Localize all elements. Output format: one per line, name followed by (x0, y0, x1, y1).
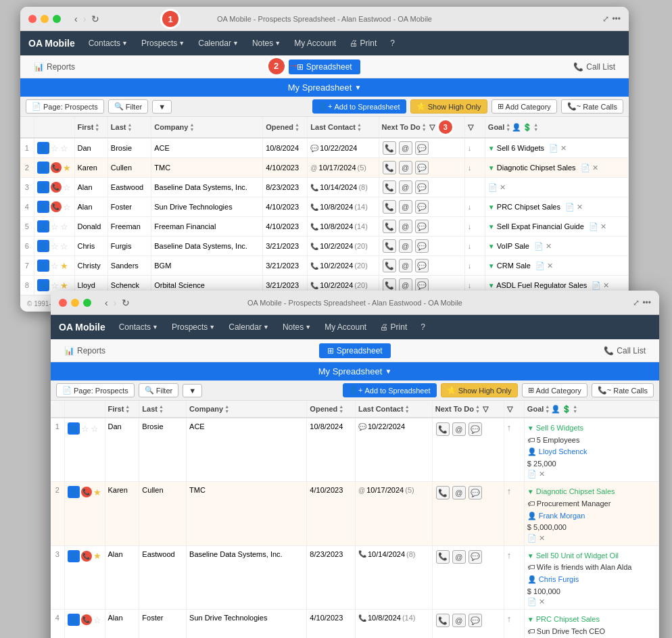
col2-last[interactable]: Last ▲▼ (139, 401, 187, 418)
email-action-btn2-3[interactable]: @ (452, 550, 466, 564)
col2-goal[interactable]: Goal ▲▼ 👤 💲 ▲▼ (524, 401, 658, 418)
filter-dropdown-button[interactable]: ▼ (152, 100, 172, 114)
favorite-star2-2[interactable]: ★ (93, 487, 101, 497)
note-action-btn2-1[interactable]: 💬 (469, 422, 482, 436)
delete-icon2-3[interactable]: ✕ (539, 597, 545, 606)
note-action-btn[interactable]: 💬 (415, 200, 429, 214)
delete-icon[interactable]: ✕ (560, 144, 567, 152)
add-category-button2[interactable]: ⊞ Add Category (522, 383, 587, 397)
note-action-btn2-2[interactable]: 💬 (469, 486, 482, 499)
phone-icon2-4[interactable]: 📞 (81, 614, 92, 625)
col-company[interactable]: Company ▲▼ (151, 117, 263, 138)
person-icon[interactable]: 👤 (37, 201, 49, 213)
phone-icon[interactable]: 📞 (51, 162, 62, 173)
nav2-print[interactable]: 🖨 Print (375, 320, 412, 335)
delete-icon2-1[interactable]: ✕ (539, 470, 545, 478)
tab-reports[interactable]: 📊 Reports (26, 59, 83, 74)
col2-last-contact[interactable]: Last Contact ▲▼ (356, 401, 433, 418)
call-action-btn[interactable]: 📞 (383, 180, 396, 194)
note-action-btn[interactable]: 💬 (415, 220, 429, 233)
delete-icon[interactable]: ✕ (603, 281, 609, 289)
call-action-btn[interactable]: 📞 (383, 220, 396, 233)
tab2-reports[interactable]: 📊 Reports (56, 343, 114, 358)
add-category-button[interactable]: ⊞ Add Category (491, 99, 557, 114)
doc-icon2-1[interactable]: 📄 (527, 470, 537, 478)
note-action-btn2-4[interactable]: 💬 (469, 614, 482, 627)
col-last-contact[interactable]: Last Contact ▲▼ (308, 117, 379, 138)
refresh-icon[interactable]: ↻ (91, 14, 99, 24)
nav2-contacts[interactable]: Contacts ▼ (114, 320, 164, 335)
email-action-btn[interactable]: @ (399, 239, 412, 253)
add-to-spreadsheet-button2[interactable]: 👤+ Add to Spreadsheet (343, 383, 437, 397)
col-next-to-do[interactable]: Next To Do ▲▼ ▽ 3 (379, 117, 464, 138)
tab2-call-list[interactable]: 📞 Call List (596, 343, 654, 358)
doc-icon[interactable]: 📄 (592, 281, 601, 289)
doc-icon[interactable]: 📄 (488, 183, 498, 191)
call-action-btn[interactable]: 📞 (383, 278, 396, 292)
close-button[interactable] (28, 15, 37, 23)
minimize-button2[interactable] (71, 299, 79, 307)
call-action-btn[interactable]: 📞 (383, 259, 396, 272)
phone-icon[interactable]: 📞 (51, 182, 62, 193)
person-icon[interactable]: 👤 (37, 240, 49, 252)
col-last[interactable]: Last ▲▼ (107, 117, 151, 138)
note-action-btn2-3[interactable]: 💬 (469, 550, 482, 564)
email-action-btn[interactable]: @ (399, 180, 412, 194)
filter-dropdown-button2[interactable]: ▼ (183, 384, 202, 397)
delete-icon[interactable]: ✕ (577, 203, 583, 211)
priority-star[interactable]: ☆ (51, 261, 59, 271)
spreadsheet-dropdown-icon2[interactable]: ▼ (385, 368, 391, 375)
favorite-star[interactable]: ☆ (60, 222, 68, 232)
refresh-icon2[interactable]: ↻ (122, 297, 130, 308)
col2-company[interactable]: Company ▲▼ (187, 401, 307, 418)
doc-icon[interactable]: 📄 (535, 262, 545, 270)
col-first[interactable]: First ▲▼ (74, 117, 107, 138)
priority-star[interactable]: ☆ (51, 241, 59, 251)
call-action-btn[interactable]: 📞 (383, 141, 396, 155)
minimize-button[interactable] (41, 15, 49, 23)
call-action-btn2-3[interactable]: 📞 (436, 550, 450, 564)
note-action-btn[interactable]: 💬 (415, 239, 429, 253)
col2-first[interactable]: First ▲▼ (105, 401, 139, 418)
email-action-btn2-2[interactable]: @ (452, 486, 466, 499)
delete-icon[interactable]: ✕ (546, 242, 552, 250)
show-high-only-button[interactable]: ⭐ Show High Only (410, 99, 487, 114)
favorite-star[interactable]: ★ (60, 280, 68, 291)
call-action-btn2-4[interactable]: 📞 (436, 614, 450, 627)
doc-icon[interactable]: 📄 (565, 203, 575, 211)
nav-help[interactable]: ? (385, 36, 400, 51)
tab2-spreadsheet[interactable]: ⊞ Spreadsheet (319, 343, 391, 358)
col2-next-to-do[interactable]: Next To Do ▲▼ ▽ (432, 401, 504, 418)
email-action-btn[interactable]: @ (399, 278, 412, 292)
back-icon[interactable]: ‹ (74, 14, 78, 24)
note-action-btn[interactable]: 💬 (415, 259, 429, 272)
person-icon[interactable]: 👤 (37, 279, 49, 291)
nav2-notes[interactable]: Notes ▼ (277, 320, 316, 335)
note-action-btn[interactable]: 💬 (415, 161, 429, 174)
phone-icon2-2[interactable]: 📞 (81, 487, 92, 497)
note-action-btn[interactable]: 💬 (415, 278, 429, 292)
nav-calendar[interactable]: Calendar ▼ (193, 36, 244, 51)
favorite-star[interactable]: ☆ (60, 143, 68, 153)
back-icon2[interactable]: ‹ (105, 297, 108, 308)
delete-icon[interactable]: ✕ (592, 164, 598, 172)
nav2-prospects[interactable]: Prospects ▼ (166, 320, 220, 335)
nav-my-account[interactable]: My Account (289, 36, 341, 51)
page-prospects-button2[interactable]: 📄 Page: Prospects (56, 383, 135, 397)
nav-print[interactable]: 🖨 Print (344, 36, 382, 51)
favorite-star[interactable]: ☆ (63, 182, 71, 193)
maximize-button[interactable] (53, 15, 61, 23)
priority-star[interactable]: ☆ (51, 222, 59, 232)
filter-button2[interactable]: 🔍 Filter (139, 383, 178, 397)
rate-calls-button2[interactable]: 📞~ Rate Calls (592, 383, 654, 397)
show-high-only-button2[interactable]: ⭐ Show High Only (441, 383, 518, 397)
email-action-btn[interactable]: @ (399, 161, 412, 174)
person-icon2-2[interactable]: 👤 (68, 486, 80, 498)
priority-star2-1[interactable]: ☆ (81, 424, 89, 434)
person-icon2-3[interactable]: 👤 (68, 550, 80, 562)
doc-icon2-3[interactable]: 📄 (527, 597, 537, 606)
favorite-star2-3[interactable]: ★ (93, 551, 101, 561)
favorite-star2-1[interactable]: ☆ (91, 424, 99, 434)
call-action-btn[interactable]: 📞 (383, 200, 396, 214)
call-action-btn[interactable]: 📞 (383, 239, 396, 253)
